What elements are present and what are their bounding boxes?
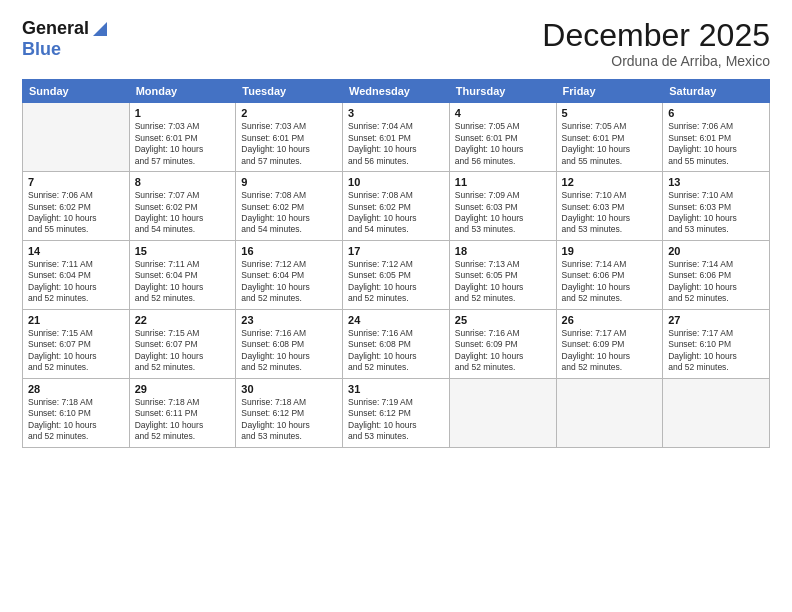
header-friday: Friday: [556, 80, 663, 103]
day-cell: 31Sunrise: 7:19 AMSunset: 6:12 PMDayligh…: [343, 378, 450, 447]
day-number: 9: [241, 176, 337, 188]
day-number: 10: [348, 176, 444, 188]
day-cell: 19Sunrise: 7:14 AMSunset: 6:06 PMDayligh…: [556, 240, 663, 309]
day-cell: 20Sunrise: 7:14 AMSunset: 6:06 PMDayligh…: [663, 240, 770, 309]
day-cell: 25Sunrise: 7:16 AMSunset: 6:09 PMDayligh…: [449, 309, 556, 378]
day-detail: Sunrise: 7:05 AMSunset: 6:01 PMDaylight:…: [455, 121, 551, 167]
header-monday: Monday: [129, 80, 236, 103]
day-number: 23: [241, 314, 337, 326]
day-cell: 8Sunrise: 7:07 AMSunset: 6:02 PMDaylight…: [129, 172, 236, 241]
day-number: 13: [668, 176, 764, 188]
day-number: 28: [28, 383, 124, 395]
day-detail: Sunrise: 7:14 AMSunset: 6:06 PMDaylight:…: [668, 259, 764, 305]
day-number: 7: [28, 176, 124, 188]
day-number: 2: [241, 107, 337, 119]
logo-line1: General: [22, 18, 107, 39]
day-number: 14: [28, 245, 124, 257]
page: General Blue December 2025 Orduna de Arr…: [0, 0, 792, 612]
day-detail: Sunrise: 7:03 AMSunset: 6:01 PMDaylight:…: [241, 121, 337, 167]
day-detail: Sunrise: 7:05 AMSunset: 6:01 PMDaylight:…: [562, 121, 658, 167]
day-number: 26: [562, 314, 658, 326]
day-cell: [663, 378, 770, 447]
header-tuesday: Tuesday: [236, 80, 343, 103]
day-cell: 18Sunrise: 7:13 AMSunset: 6:05 PMDayligh…: [449, 240, 556, 309]
day-cell: 14Sunrise: 7:11 AMSunset: 6:04 PMDayligh…: [23, 240, 130, 309]
day-detail: Sunrise: 7:04 AMSunset: 6:01 PMDaylight:…: [348, 121, 444, 167]
day-cell: [449, 378, 556, 447]
day-cell: 12Sunrise: 7:10 AMSunset: 6:03 PMDayligh…: [556, 172, 663, 241]
day-detail: Sunrise: 7:08 AMSunset: 6:02 PMDaylight:…: [348, 190, 444, 236]
svg-marker-0: [93, 22, 107, 36]
calendar-table: SundayMondayTuesdayWednesdayThursdayFrid…: [22, 79, 770, 447]
day-number: 1: [135, 107, 231, 119]
day-cell: 1Sunrise: 7:03 AMSunset: 6:01 PMDaylight…: [129, 103, 236, 172]
logo: General Blue: [22, 18, 107, 60]
day-cell: 23Sunrise: 7:16 AMSunset: 6:08 PMDayligh…: [236, 309, 343, 378]
header-saturday: Saturday: [663, 80, 770, 103]
day-cell: 22Sunrise: 7:15 AMSunset: 6:07 PMDayligh…: [129, 309, 236, 378]
day-detail: Sunrise: 7:19 AMSunset: 6:12 PMDaylight:…: [348, 397, 444, 443]
day-cell: [23, 103, 130, 172]
day-number: 5: [562, 107, 658, 119]
day-detail: Sunrise: 7:17 AMSunset: 6:10 PMDaylight:…: [668, 328, 764, 374]
day-detail: Sunrise: 7:12 AMSunset: 6:05 PMDaylight:…: [348, 259, 444, 305]
day-detail: Sunrise: 7:16 AMSunset: 6:09 PMDaylight:…: [455, 328, 551, 374]
day-cell: 26Sunrise: 7:17 AMSunset: 6:09 PMDayligh…: [556, 309, 663, 378]
day-cell: 30Sunrise: 7:18 AMSunset: 6:12 PMDayligh…: [236, 378, 343, 447]
day-number: 18: [455, 245, 551, 257]
title-block: December 2025 Orduna de Arriba, Mexico: [542, 18, 770, 69]
day-number: 31: [348, 383, 444, 395]
day-detail: Sunrise: 7:06 AMSunset: 6:02 PMDaylight:…: [28, 190, 124, 236]
day-number: 3: [348, 107, 444, 119]
day-cell: 24Sunrise: 7:16 AMSunset: 6:08 PMDayligh…: [343, 309, 450, 378]
day-cell: 7Sunrise: 7:06 AMSunset: 6:02 PMDaylight…: [23, 172, 130, 241]
day-cell: 21Sunrise: 7:15 AMSunset: 6:07 PMDayligh…: [23, 309, 130, 378]
day-detail: Sunrise: 7:03 AMSunset: 6:01 PMDaylight:…: [135, 121, 231, 167]
day-number: 8: [135, 176, 231, 188]
day-number: 19: [562, 245, 658, 257]
day-detail: Sunrise: 7:17 AMSunset: 6:09 PMDaylight:…: [562, 328, 658, 374]
calendar-header-row: SundayMondayTuesdayWednesdayThursdayFrid…: [23, 80, 770, 103]
day-number: 30: [241, 383, 337, 395]
day-cell: 11Sunrise: 7:09 AMSunset: 6:03 PMDayligh…: [449, 172, 556, 241]
day-number: 29: [135, 383, 231, 395]
day-number: 15: [135, 245, 231, 257]
day-number: 11: [455, 176, 551, 188]
day-detail: Sunrise: 7:15 AMSunset: 6:07 PMDaylight:…: [28, 328, 124, 374]
day-detail: Sunrise: 7:07 AMSunset: 6:02 PMDaylight:…: [135, 190, 231, 236]
week-row-3: 14Sunrise: 7:11 AMSunset: 6:04 PMDayligh…: [23, 240, 770, 309]
week-row-4: 21Sunrise: 7:15 AMSunset: 6:07 PMDayligh…: [23, 309, 770, 378]
day-number: 6: [668, 107, 764, 119]
day-detail: Sunrise: 7:14 AMSunset: 6:06 PMDaylight:…: [562, 259, 658, 305]
day-number: 21: [28, 314, 124, 326]
day-detail: Sunrise: 7:16 AMSunset: 6:08 PMDaylight:…: [348, 328, 444, 374]
day-number: 22: [135, 314, 231, 326]
day-number: 20: [668, 245, 764, 257]
day-cell: 16Sunrise: 7:12 AMSunset: 6:04 PMDayligh…: [236, 240, 343, 309]
day-cell: 5Sunrise: 7:05 AMSunset: 6:01 PMDaylight…: [556, 103, 663, 172]
day-number: 16: [241, 245, 337, 257]
logo-general: General: [22, 18, 89, 39]
month-title: December 2025: [542, 18, 770, 53]
week-row-1: 1Sunrise: 7:03 AMSunset: 6:01 PMDaylight…: [23, 103, 770, 172]
day-cell: 10Sunrise: 7:08 AMSunset: 6:02 PMDayligh…: [343, 172, 450, 241]
day-detail: Sunrise: 7:12 AMSunset: 6:04 PMDaylight:…: [241, 259, 337, 305]
day-number: 27: [668, 314, 764, 326]
day-detail: Sunrise: 7:10 AMSunset: 6:03 PMDaylight:…: [562, 190, 658, 236]
day-cell: [556, 378, 663, 447]
location: Orduna de Arriba, Mexico: [542, 53, 770, 69]
day-cell: 3Sunrise: 7:04 AMSunset: 6:01 PMDaylight…: [343, 103, 450, 172]
day-detail: Sunrise: 7:11 AMSunset: 6:04 PMDaylight:…: [135, 259, 231, 305]
day-detail: Sunrise: 7:10 AMSunset: 6:03 PMDaylight:…: [668, 190, 764, 236]
day-cell: 2Sunrise: 7:03 AMSunset: 6:01 PMDaylight…: [236, 103, 343, 172]
day-cell: 9Sunrise: 7:08 AMSunset: 6:02 PMDaylight…: [236, 172, 343, 241]
day-number: 25: [455, 314, 551, 326]
day-cell: 6Sunrise: 7:06 AMSunset: 6:01 PMDaylight…: [663, 103, 770, 172]
day-number: 17: [348, 245, 444, 257]
day-detail: Sunrise: 7:08 AMSunset: 6:02 PMDaylight:…: [241, 190, 337, 236]
logo-arrow-icon: [91, 22, 107, 36]
day-detail: Sunrise: 7:06 AMSunset: 6:01 PMDaylight:…: [668, 121, 764, 167]
day-cell: 28Sunrise: 7:18 AMSunset: 6:10 PMDayligh…: [23, 378, 130, 447]
header-sunday: Sunday: [23, 80, 130, 103]
logo-blue: Blue: [22, 39, 61, 60]
